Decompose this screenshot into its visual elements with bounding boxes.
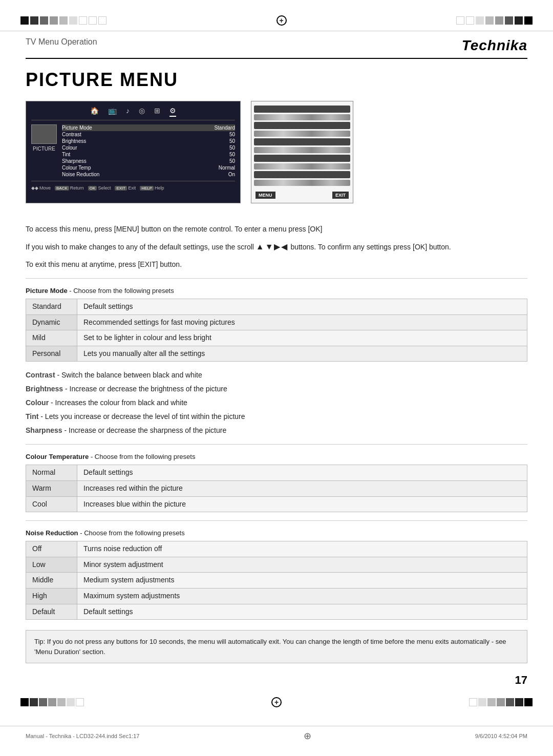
table-cell-desc: Default settings	[77, 604, 527, 620]
table-cell-desc: Set to be lighter in colour and less bri…	[77, 330, 527, 346]
table-cell-desc: Medium system adjustments	[77, 573, 527, 589]
tv-menu-bar: ◆◆ Move BACK Return OK Select EXIT Exit …	[31, 181, 235, 191]
table-cell-name: Mild	[26, 330, 77, 346]
colour-temp-normal: - Choose from the following presets	[89, 453, 195, 460]
color-bar	[466, 16, 474, 25]
tv-bar-move: ◆◆ Move	[31, 185, 51, 191]
para-2: If you wish to make changes to any of th…	[26, 241, 527, 253]
noise-reduction-label: Noise Reduction - Choose from the follow…	[26, 529, 527, 537]
color-bar	[524, 16, 533, 25]
tv-menu-row: Picture ModeStandard	[62, 124, 235, 131]
color-bar	[79, 16, 87, 25]
tv-menu-screenshot: 🏠 📺 ♪ ◎ ⊞ ⚙ PICTURE Picture ModeStandard	[26, 101, 241, 203]
section-title: TV Menu Operation	[26, 37, 97, 47]
color-bar	[485, 16, 494, 25]
table-cell-desc: Minor system adjustment	[77, 557, 527, 573]
color-bar	[505, 16, 513, 25]
table-row: Warm Increases red within the picture	[26, 480, 527, 496]
tv-menu-icon-bar: 🏠 📺 ♪ ◎ ⊞ ⚙	[31, 107, 235, 120]
tv-menu-right-panel: Picture ModeStandard Contrast50 Brightne…	[62, 124, 235, 178]
prop-tint: Tint - Lets you increase or decrease the…	[26, 411, 527, 422]
table-cell-name: Middle	[26, 573, 77, 589]
color-bar	[69, 16, 77, 25]
table-cell-desc: Maximum system adjustments	[77, 588, 527, 604]
color-bar	[30, 16, 38, 25]
table-row: Dynamic Recommended settings for fast mo…	[26, 314, 527, 330]
tv-picture-thumbnail	[31, 124, 57, 144]
color-bar	[50, 16, 58, 25]
table-cell-desc: Default settings	[77, 299, 527, 315]
picture-mode-normal: - Choose from the following presets	[68, 287, 174, 295]
remote-line	[254, 114, 350, 120]
remote-line	[254, 147, 350, 153]
table-cell-name: High	[26, 588, 77, 604]
table-cell-name: Warm	[26, 480, 77, 496]
color-bar	[98, 16, 107, 25]
picture-mode-bold: Picture Mode	[26, 287, 68, 295]
table-cell-name: Personal	[26, 346, 77, 362]
tv-bar-select: OK Select	[88, 185, 111, 191]
tip-text: Tip: If you do not press any buttons for…	[34, 638, 506, 656]
footer-right: 9/6/2010 4:52:04 PM	[475, 733, 527, 739]
para-2-prefix: If you wish to make changes to any of th…	[26, 243, 254, 251]
picture-mode-table: Standard Default settings Dynamic Recomm…	[26, 299, 527, 362]
color-bar	[495, 16, 503, 25]
tv-icon-circle: ◎	[139, 107, 145, 117]
tv-menu-row: Brightness50	[62, 138, 235, 144]
noise-reduction-table: Off Turns noise reduction off Low Minor …	[26, 541, 527, 620]
remote-line	[254, 171, 350, 178]
remote-buttons: MENU EXIT	[254, 190, 350, 200]
table-cell-name: Low	[26, 557, 77, 573]
tv-icon-tv: 📺	[108, 107, 117, 117]
color-bar	[40, 16, 48, 25]
page-number-area: 17	[26, 674, 527, 687]
remote-line	[254, 122, 350, 129]
color-bar	[89, 16, 97, 25]
properties-list: Contrast - Switch the balance between bl…	[26, 370, 527, 436]
table-row: Off Turns noise reduction off	[26, 541, 527, 557]
footer-center-icon: ⊕	[304, 730, 311, 742]
table-cell-desc: Turns noise reduction off	[77, 541, 527, 557]
reg-marks-right	[456, 16, 533, 25]
color-bar	[476, 16, 484, 25]
table-row: Cool Increases blue within the picture	[26, 496, 527, 512]
section-divider-3	[26, 520, 527, 521]
table-row: Standard Default settings	[26, 299, 527, 315]
tv-menu-row: Noise ReductionOn	[62, 171, 235, 178]
remote-line	[254, 138, 350, 145]
colour-temp-table: Normal Default settings Warm Increases r…	[26, 465, 527, 512]
brand-name: Technika	[462, 37, 527, 54]
noise-reduction-normal: - Choose from the following presets	[78, 529, 185, 537]
colour-temp-label: Colour Temperature - Choose from the fol…	[26, 453, 527, 460]
table-cell-name: Off	[26, 541, 77, 557]
nav-arrows: ▲▼▶◀	[256, 242, 289, 251]
table-cell-desc: Lets you manually alter all the settings	[77, 346, 527, 362]
table-row: Low Minor system adjustment	[26, 557, 527, 573]
tv-menu-row: Contrast50	[62, 131, 235, 138]
table-row: Personal Lets you manually alter all the…	[26, 346, 527, 362]
tv-menu-content: PICTURE Picture ModeStandard Contrast50 …	[31, 124, 235, 178]
tv-menu-row: Colour TempNormal	[62, 164, 235, 171]
table-cell-name: Normal	[26, 465, 77, 481]
page-header: TV Menu Operation Technika	[0, 31, 553, 58]
tip-box: Tip: If you do not press any buttons for…	[26, 630, 527, 663]
color-bar	[20, 16, 29, 25]
table-row: High Maximum system adjustments	[26, 588, 527, 604]
table-cell-desc: Default settings	[77, 465, 527, 481]
para-1: To access this menu, press [MENU] button…	[26, 224, 527, 235]
tv-icon-grid: ⊞	[154, 107, 160, 117]
para-2-suffix: buttons. To confirm any settings press […	[290, 243, 451, 251]
page-title-section: PICTURE MENU 🏠 📺 ♪ ◎ ⊞ ⚙ PICTURE Picture	[0, 69, 553, 224]
table-cell-name: Default	[26, 604, 77, 620]
prop-colour: Colour - Increases the colour from black…	[26, 397, 527, 408]
table-row: Middle Medium system adjustments	[26, 573, 527, 589]
main-content: To access this menu, press [MENU] button…	[0, 224, 553, 687]
section-divider-2	[26, 444, 527, 445]
noise-reduction-bold: Noise Reduction	[26, 529, 78, 537]
tv-menu-row: Colour50	[62, 144, 235, 151]
footer-left: Manual - Technika - LCD32-244.indd Sec1:…	[26, 733, 139, 739]
prop-contrast: Contrast - Switch the balance between bl…	[26, 370, 527, 381]
color-bar	[59, 16, 68, 25]
table-cell-desc: Recommended settings for fast moving pic…	[77, 314, 527, 330]
table-cell-desc: Increases red within the picture	[77, 480, 527, 496]
